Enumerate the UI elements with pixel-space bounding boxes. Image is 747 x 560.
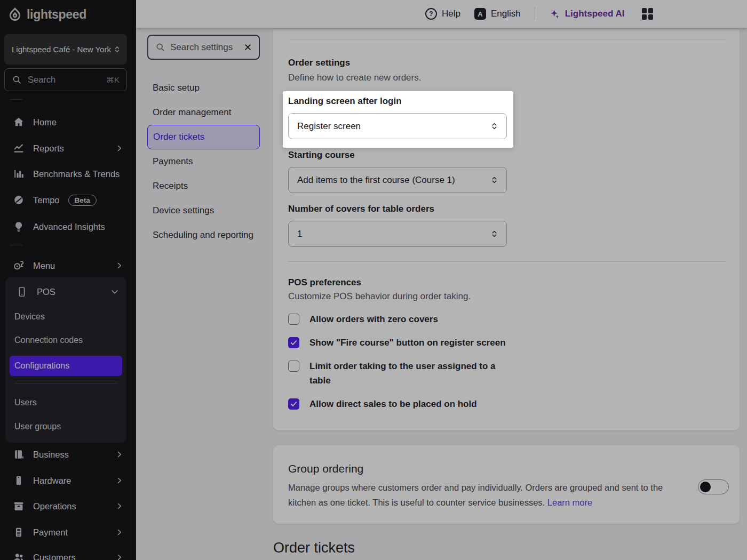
unfold-chevrons-icon [490, 121, 498, 131]
landing-screen-label: Landing screen after login [288, 96, 402, 107]
landing-screen-select[interactable]: Register screen [288, 113, 507, 139]
landing-screen-spotlight: Landing screen after login Register scre… [283, 91, 513, 148]
app-window: lightspeed Lightspeed Café - New York Se… [0, 0, 747, 560]
dim-overlay [0, 0, 747, 560]
